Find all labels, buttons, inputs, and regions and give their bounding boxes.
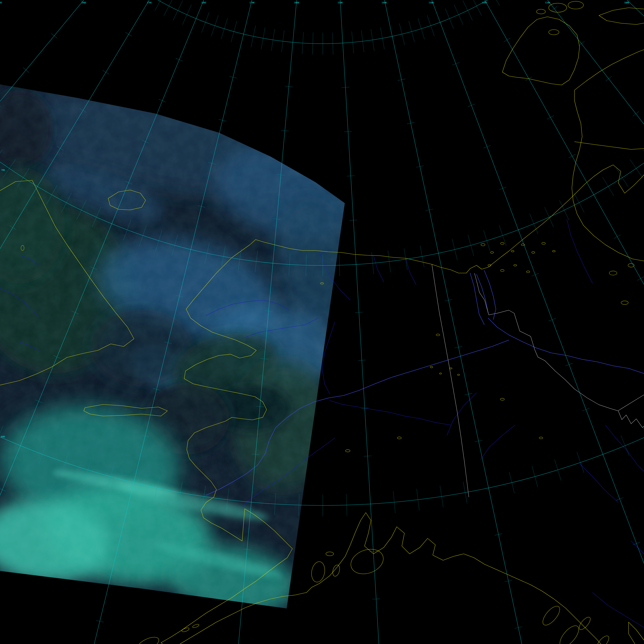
longitude-label-top: 140W <box>382 1 387 4</box>
longitude-label-top: 100W <box>624 1 629 4</box>
longitude-label-top: 120W <box>482 1 487 4</box>
polar-projection-map: 150E160E170E180E170W160W150W140W130W120W… <box>0 0 644 644</box>
longitude-label-top: 170E <box>147 1 152 4</box>
longitude-label-top: 180E <box>201 1 206 4</box>
longitude-label-top: 110W <box>545 1 550 4</box>
latitude-label-left: 60N <box>1 435 5 438</box>
longitude-label-top: 150W <box>338 1 343 4</box>
longitude-label-top: 170W <box>249 1 255 4</box>
longitude-label-top: 160W <box>294 1 299 4</box>
longitude-label-top: 130W <box>429 1 434 4</box>
satellite-map-viewport[interactable]: 150E160E170E180E170W160W150W140W130W120W… <box>0 0 644 644</box>
longitude-label-top: 160E <box>81 1 86 4</box>
latitude-label-left: 70N <box>1 169 5 171</box>
longitude-label-top: 150E <box>0 1 2 4</box>
